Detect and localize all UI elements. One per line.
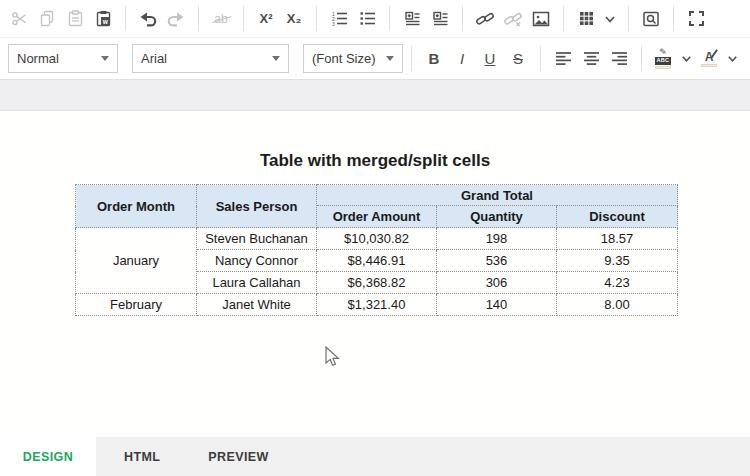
table-header-row: Order Month Sales Person Grand Total [76, 185, 678, 206]
cell-amount[interactable]: $6,368.82 [317, 272, 437, 294]
undo-button[interactable] [135, 4, 161, 34]
header-quantity[interactable]: Quantity [437, 206, 557, 228]
cell-month[interactable]: January [76, 228, 197, 294]
strikethrough-button[interactable]: S [505, 44, 531, 74]
ordered-list-icon: 1 2 3 [330, 9, 349, 28]
cell-discount[interactable]: 4.23 [557, 272, 678, 294]
toolbar-separator [673, 6, 674, 31]
paste-from-word-button[interactable]: w [90, 4, 116, 34]
redo-icon [166, 9, 186, 29]
mouse-cursor-icon [325, 346, 341, 368]
font-color-menu-button[interactable] [723, 44, 741, 74]
copy-button[interactable] [34, 4, 60, 34]
toolbar-separator [540, 46, 541, 71]
bold-button[interactable]: B [421, 44, 447, 74]
font-name-select[interactable]: Arial [132, 44, 289, 73]
highlight-pen-icon: ✎ [659, 48, 667, 57]
header-order-month[interactable]: Order Month [76, 185, 197, 228]
chevron-down-icon [603, 12, 617, 26]
toolbar-separator [563, 6, 564, 31]
header-order-amount[interactable]: Order Amount [317, 206, 437, 228]
align-left-button[interactable] [550, 44, 576, 74]
editor-canvas[interactable]: Table with merged/split cells Order Mont… [0, 111, 750, 437]
header-grand-total[interactable]: Grand Total [317, 185, 678, 206]
cell-person[interactable]: Nancy Connor [197, 250, 317, 272]
document-heading[interactable]: Table with merged/split cells [0, 151, 750, 171]
align-center-icon [582, 50, 601, 67]
cell-discount[interactable]: 8.00 [557, 294, 678, 316]
font-color-a-label: A [705, 51, 714, 63]
table-button[interactable] [573, 4, 599, 34]
view-tabs: DESIGN HTML PREVIEW [0, 437, 750, 476]
fullscreen-icon [687, 9, 706, 28]
html-editor: w ab X² X₂ [0, 0, 750, 476]
cell-quantity[interactable]: 198 [437, 228, 557, 250]
highlight-abc-label: ABC [655, 57, 672, 65]
italic-icon: I [460, 50, 464, 67]
unlink-icon [503, 9, 523, 29]
table-menu-button[interactable] [601, 4, 619, 34]
paste-icon [66, 9, 85, 28]
subscript-button[interactable]: X₂ [281, 4, 307, 34]
copy-icon [38, 9, 57, 28]
chevron-down-icon [386, 56, 394, 61]
align-center-button[interactable] [578, 44, 604, 74]
link-icon [475, 9, 495, 29]
underline-button[interactable]: U [477, 44, 503, 74]
remove-format-button[interactable]: ab [208, 4, 234, 34]
font-size-select[interactable]: (Font Size) [303, 44, 403, 73]
cell-discount[interactable]: 9.35 [557, 250, 678, 272]
link-button[interactable] [472, 4, 498, 34]
align-right-button[interactable] [606, 44, 632, 74]
toolbar-main: w ab X² X₂ [0, 0, 750, 38]
tab-design-label: DESIGN [23, 450, 73, 464]
italic-button[interactable]: I [449, 44, 475, 74]
table-row: February Janet White $1,321.40 140 8.00 [76, 294, 678, 316]
tab-design[interactable]: DESIGN [0, 437, 96, 476]
preview-button[interactable] [638, 4, 664, 34]
table-row: January Steven Buchanan $10,030.82 198 1… [76, 228, 678, 250]
redo-button[interactable] [163, 4, 189, 34]
ordered-list-button[interactable]: 1 2 3 [326, 4, 352, 34]
align-right-icon [610, 50, 629, 67]
header-sales-person[interactable]: Sales Person [197, 185, 317, 228]
cell-person[interactable]: Steven Buchanan [197, 228, 317, 250]
paste-button[interactable] [62, 4, 88, 34]
cell-quantity[interactable]: 306 [437, 272, 557, 294]
highlight-color-button[interactable]: ✎ ABC [650, 44, 676, 74]
tab-html-label: HTML [124, 450, 160, 464]
cell-amount[interactable]: $10,030.82 [317, 228, 437, 250]
cut-button[interactable] [6, 4, 32, 34]
tab-html[interactable]: HTML [100, 437, 184, 476]
unlink-button[interactable] [500, 4, 526, 34]
indent-increase-button[interactable] [427, 4, 453, 34]
tab-preview[interactable]: PREVIEW [184, 437, 292, 476]
image-icon [531, 9, 551, 29]
paragraph-style-select[interactable]: Normal [8, 44, 118, 73]
highlight-color-bar [655, 66, 671, 69]
toolbar-separator [198, 6, 199, 31]
unordered-list-button[interactable] [354, 4, 380, 34]
undo-icon [138, 9, 158, 29]
indent-decrease-button[interactable] [399, 4, 425, 34]
cell-quantity[interactable]: 536 [437, 250, 557, 272]
font-color-button[interactable]: A [696, 44, 722, 74]
cell-month[interactable]: February [76, 294, 197, 316]
data-table: Order Month Sales Person Grand Total Ord… [75, 184, 678, 316]
highlight-color-menu-button[interactable] [677, 44, 695, 74]
cell-person[interactable]: Janet White [197, 294, 317, 316]
table-icon [577, 9, 596, 28]
toolbar-spacer-strip [0, 80, 750, 111]
header-discount[interactable]: Discount [557, 206, 678, 228]
toolbar-format: Normal Arial (Font Size) B I U S [0, 38, 750, 80]
cell-quantity[interactable]: 140 [437, 294, 557, 316]
image-button[interactable] [528, 4, 554, 34]
cell-person[interactable]: Laura Callahan [197, 272, 317, 294]
indent-increase-icon [431, 9, 450, 28]
superscript-button[interactable]: X² [253, 4, 279, 34]
cell-amount[interactable]: $8,446.91 [317, 250, 437, 272]
fullscreen-button[interactable] [683, 4, 709, 34]
cell-amount[interactable]: $1,321.40 [317, 294, 437, 316]
cell-discount[interactable]: 18.57 [557, 228, 678, 250]
paragraph-style-value: Normal [17, 51, 95, 66]
